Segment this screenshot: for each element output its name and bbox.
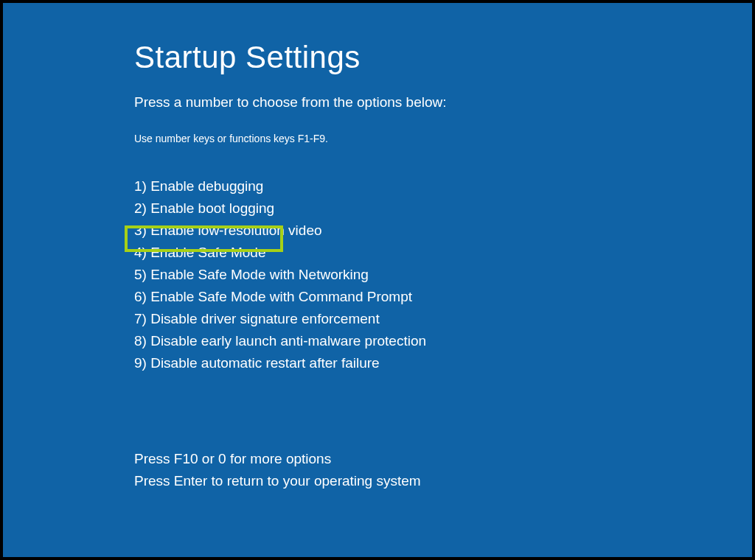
return-text: Press Enter to return to your operating … <box>134 470 752 492</box>
page-title: Startup Settings <box>134 40 752 75</box>
option-9-disable-auto-restart[interactable]: 9) Disable automatic restart after failu… <box>134 352 752 374</box>
options-list: 1) Enable debugging 2) Enable boot loggi… <box>134 175 752 374</box>
instruction-text: Press a number to choose from the option… <box>134 94 752 111</box>
more-options-text: Press F10 or 0 for more options <box>134 448 752 470</box>
startup-settings-screen: Startup Settings Press a number to choos… <box>3 3 752 557</box>
footer-instructions: Press F10 or 0 for more options Press En… <box>134 448 752 492</box>
hint-text: Use number keys or functions keys F1-F9. <box>134 133 752 144</box>
option-8-disable-antimalware[interactable]: 8) Disable early launch anti-malware pro… <box>134 330 752 352</box>
option-5-safe-mode-networking[interactable]: 5) Enable Safe Mode with Networking <box>134 264 752 286</box>
option-2-boot-logging[interactable]: 2) Enable boot logging <box>134 197 752 220</box>
option-1-debugging[interactable]: 1) Enable debugging <box>134 175 752 197</box>
option-6-safe-mode-cmd[interactable]: 6) Enable Safe Mode with Command Prompt <box>134 286 752 308</box>
option-4-safe-mode[interactable]: 4) Enable Safe Mode <box>134 242 752 264</box>
option-7-disable-driver-sig[interactable]: 7) Disable driver signature enforcement <box>134 308 752 330</box>
option-3-low-res-video[interactable]: 3) Enable low-resolution video <box>134 220 752 242</box>
